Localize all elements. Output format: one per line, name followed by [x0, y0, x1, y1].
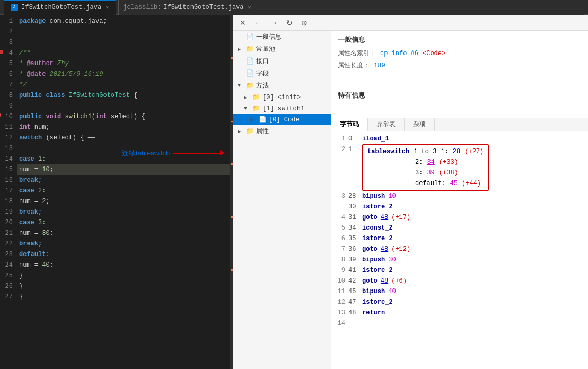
ln-19: 19: [0, 207, 13, 217]
source-code: package com.cqupt.java; /** * @author Zh…: [17, 15, 230, 369]
bc-row-1: 1 0 iload_1: [336, 134, 584, 144]
tab-bytecode[interactable]: 字节码: [331, 118, 368, 131]
ts-line-default: default: 45 (+44): [367, 178, 484, 189]
tab-source-file[interactable]: J IfSwitchGotoTest.java ✕: [4, 0, 116, 15]
bc-instr-14: return: [362, 308, 385, 318]
bc-instr-10: istore_2: [362, 265, 393, 276]
bc-arg-5a[interactable]: 48: [381, 212, 388, 223]
code-line-21: num = 30;: [17, 228, 230, 239]
ts-line-1: tableswitch 1 to 3 1: 28 (+27): [367, 146, 484, 157]
tree-item-code[interactable]: ▶ 📄 [0] Code: [233, 114, 331, 125]
ts-default-target[interactable]: 45: [450, 178, 458, 189]
general-info-section: 一般信息 属性名索引： cp_info #6 <Code> 属性长度： 189: [331, 31, 588, 77]
bc-row-9: 8 39 bipush 30: [336, 254, 584, 265]
globe-button[interactable]: ⊕: [299, 17, 310, 28]
detail-panel: 一般信息 属性名索引： cp_info #6 <Code> 属性长度： 189: [331, 31, 588, 369]
close-button[interactable]: ✕: [238, 17, 248, 28]
divider-2: [331, 113, 588, 113]
bytecode-content: 1 0 iload_1 2 1: [331, 131, 588, 331]
attr-name-extra: <Code>: [423, 50, 445, 57]
code-line-3: [17, 37, 230, 48]
ts-case2-offset: (+33): [439, 157, 458, 168]
bc-arg-8a[interactable]: 48: [381, 244, 388, 254]
bc-offset-1: 0: [348, 134, 359, 144]
tab-exceptions[interactable]: 异常表: [368, 118, 405, 131]
jclass-tab-close[interactable]: ✕: [247, 4, 252, 11]
bc-offset-3: 28: [348, 191, 359, 201]
attr-name-label: 属性名索引：: [338, 49, 376, 58]
tree-item-interface[interactable]: 📄 接口: [233, 55, 331, 67]
ln-4: 4: [0, 48, 13, 58]
bc-row-12: 11 45 bipush 40: [336, 286, 584, 297]
jclass-tab-label[interactable]: IfSwitchGotoTest.java: [163, 4, 243, 11]
ln-8: 8: [0, 90, 13, 101]
tree-arrow-attrs: ▶: [238, 128, 244, 135]
tree-item-switch1[interactable]: ▼ 📁 [1] switch1: [233, 103, 331, 114]
line-numbers: 1 2 3 4 5 6 7 8 9 10 11 12 13: [0, 15, 17, 369]
bc-instr-3: bipush: [362, 191, 385, 201]
tree-item-methods[interactable]: ▼ 📁 方法: [233, 80, 331, 92]
ln-3: 3: [0, 37, 13, 48]
tree-label-methods: 方法: [256, 81, 269, 90]
back-button[interactable]: ←: [252, 17, 264, 28]
bc-offset-2: 1: [348, 144, 359, 155]
code-line-27: }: [17, 292, 230, 302]
ln-10: 10: [0, 111, 13, 122]
folder-icon-constants: 📁: [246, 45, 254, 53]
bc-row-4: 30 istore_2: [336, 201, 584, 212]
ln-1: 1: [0, 16, 13, 27]
code-panel: 1 2 3 4 5 6 7 8 9 10 11 12 13: [0, 15, 233, 369]
tree-item-general[interactable]: 📄 一般信息: [233, 31, 331, 43]
ln-17: 17: [0, 186, 13, 196]
forward-button[interactable]: →: [268, 17, 280, 28]
code-line-19: break;: [17, 207, 230, 217]
folder-icon-general: 📄: [246, 33, 254, 41]
source-tab-label: IfSwitchGotoTest.java: [21, 4, 101, 11]
code-line-9: [17, 101, 230, 111]
tree-item-attributes[interactable]: ▶ 📁 属性: [233, 125, 331, 137]
divider-1: [331, 82, 588, 82]
folder-icon-code: 📄: [259, 116, 267, 124]
ln-21: 21: [0, 228, 13, 239]
bc-linenum-3: 3: [336, 191, 345, 201]
bc-linenum-10: 9: [336, 265, 345, 276]
bc-row-2: 2 1 tableswitch 1 to 3 1: 28 (+: [336, 144, 584, 191]
ln-6: 6: [0, 69, 13, 80]
ts-case2-target[interactable]: 34: [427, 157, 434, 168]
bytecode-tabs: 字节码 异常表 杂项: [331, 118, 588, 131]
bc-linenum-8: 7: [336, 244, 345, 254]
code-line-8: public class IfSwitchGotoTest {: [17, 90, 230, 101]
refresh-button[interactable]: ↻: [284, 17, 295, 28]
jclass-panel: ✕ ← → ↻ ⊕ 📄 一般信息 ▶ 📁: [233, 15, 588, 369]
tree-item-constants[interactable]: ▶ 📁 常量池: [233, 43, 331, 55]
bc-offset-12: 45: [348, 286, 359, 297]
tab-bytecode-label: 字节码: [340, 121, 359, 128]
special-info-section: 特有信息: [331, 86, 588, 109]
breakpoint-4[interactable]: [0, 50, 3, 54]
bc-offset-10: 41: [348, 265, 359, 276]
code-line-17: case 2:: [17, 186, 230, 196]
tab-misc[interactable]: 杂项: [405, 118, 435, 131]
bc-linenum-15: 14: [336, 318, 345, 329]
code-content: 1 2 3 4 5 6 7 8 9 10 11 12 13: [0, 15, 233, 369]
bc-linenum-12: 11: [336, 286, 345, 297]
special-info-title: 特有信息: [338, 91, 582, 100]
tree-item-init[interactable]: ▶ 📁 [0] <init>: [233, 92, 331, 103]
bc-instr-11: goto: [362, 276, 378, 286]
ts-case1-target[interactable]: 28: [453, 146, 460, 157]
ln-16: 16: [0, 175, 13, 186]
ln-13: 13: [0, 143, 13, 154]
tree-arrow-code: ▶: [250, 117, 257, 123]
code-line-23: default:: [17, 249, 230, 260]
tab-misc-label: 杂项: [413, 121, 426, 128]
tab-exceptions-label: 异常表: [376, 121, 396, 128]
code-line-7: */: [17, 80, 230, 90]
source-tab-close[interactable]: ✕: [104, 4, 110, 11]
bc-arg-11a[interactable]: 48: [381, 276, 388, 286]
bc-instr-5: goto: [362, 212, 378, 223]
ln-14: 14: [0, 154, 13, 164]
tree-item-fields[interactable]: 📄 字段: [233, 67, 331, 80]
bc-instr-8: goto: [362, 244, 378, 254]
ts-case3-target[interactable]: 39: [427, 168, 434, 178]
app-root: J IfSwitchGotoTest.java ✕ jclasslib: IfS…: [0, 0, 588, 369]
